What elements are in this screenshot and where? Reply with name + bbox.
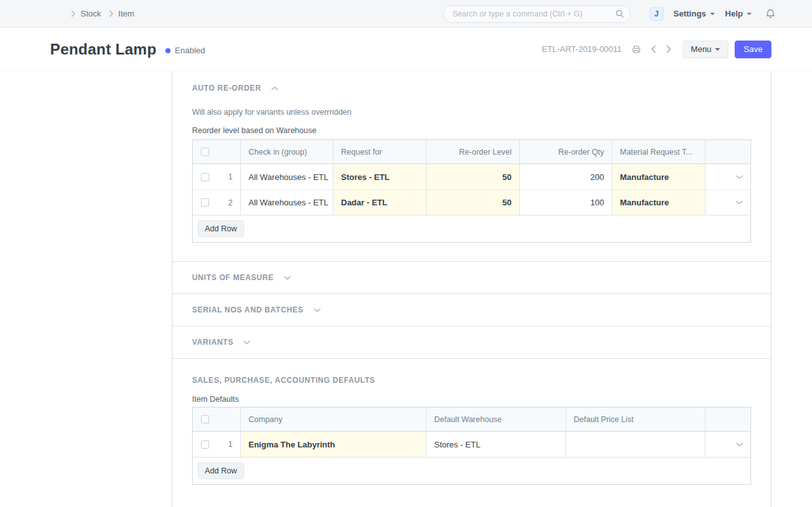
caret-down-icon (715, 48, 720, 51)
row-expand-chevron-icon[interactable] (705, 432, 751, 457)
section-title: SALES, PURCHASE, ACCOUNTING DEFAULTS (192, 376, 375, 385)
menu-button-label: Menu (691, 44, 712, 54)
page-title: Pendant Lamp (50, 41, 157, 58)
settings-label: Settings (674, 9, 706, 18)
section-title: VARIANTS (192, 338, 233, 347)
search-icon (615, 10, 624, 20)
prev-document-icon[interactable] (651, 45, 656, 53)
section-title: SERIAL NOS AND BATCHES (192, 305, 304, 314)
column-header: Default Warehouse (426, 408, 565, 431)
grid-label: Item Defaults (192, 395, 751, 404)
cell-reorder-level[interactable]: 50 (426, 190, 519, 215)
search-input[interactable] (443, 5, 631, 23)
section-toggle-defaults[interactable]: SALES, PURCHASE, ACCOUNTING DEFAULTS (192, 376, 751, 385)
row-index: 2 (228, 198, 233, 207)
chevron-right-icon (71, 10, 75, 17)
column-header: Re-order Level (426, 140, 519, 164)
item-defaults-grid: Company Default Warehouse Default Price … (192, 407, 751, 485)
section-auto-reorder: AUTO RE-ORDER Will also apply for varian… (172, 71, 771, 262)
select-all-checkbox[interactable] (201, 148, 209, 156)
print-icon[interactable] (632, 45, 641, 54)
chevron-down-icon (284, 276, 291, 280)
status-text: Enabled (175, 46, 205, 55)
section-units-of-measure[interactable]: UNITS OF MEASURE (172, 262, 771, 294)
cell-default-price-list[interactable] (565, 432, 705, 457)
status-dot (165, 48, 171, 53)
status-indicator: Enabled (165, 46, 205, 55)
breadcrumb-stock[interactable]: Stock (81, 9, 101, 18)
row-expand-chevron-icon[interactable] (705, 164, 751, 189)
chevron-up-icon (271, 86, 278, 91)
help-menu[interactable]: Help (725, 9, 752, 18)
cell-check-in[interactable]: All Warehouses - ETL (240, 190, 333, 215)
row-checkbox[interactable] (201, 198, 209, 207)
section-title: AUTO RE-ORDER (192, 84, 261, 93)
cell-request-for[interactable]: Stores - ETL (333, 164, 426, 189)
avatar[interactable]: J (650, 7, 664, 21)
chevron-down-icon (314, 308, 321, 312)
section-title: UNITS OF MEASURE (192, 273, 274, 282)
row-select-cell: 1 (193, 164, 240, 189)
menu-button[interactable]: Menu (683, 41, 729, 58)
save-button[interactable]: Save (735, 41, 771, 58)
column-header: Re-order Qty (519, 140, 612, 164)
next-document-icon[interactable] (666, 45, 671, 53)
cell-check-in[interactable]: All Warehouses - ETL (240, 164, 333, 189)
global-search (443, 5, 631, 23)
column-header: Material Request T... (612, 140, 705, 164)
add-row-button[interactable]: Add Row (198, 221, 244, 237)
help-label: Help (725, 9, 743, 18)
select-all-checkbox[interactable] (201, 415, 209, 423)
column-header: Request for (333, 140, 426, 164)
chevron-down-icon (243, 340, 250, 345)
cell-company[interactable]: Enigma The Labyrinth (240, 432, 426, 457)
reorder-grid: Check in (group) Request for Re-order Le… (192, 139, 751, 243)
navbar: Stock Item J Settings Help (0, 0, 812, 28)
section-note: Will also apply for variants unless over… (192, 108, 751, 117)
document-id: ETL-ART-2019-00011 (542, 44, 622, 54)
row-select-cell: 1 (193, 432, 240, 457)
header-select-cell (193, 408, 240, 431)
cell-reorder-level[interactable]: 50 (426, 164, 519, 189)
section-toggle-auto-reorder[interactable]: AUTO RE-ORDER (192, 84, 751, 93)
grid-label: Reorder level based on Warehouse (192, 126, 751, 135)
section-serial-nos-and-batches[interactable]: SERIAL NOS AND BATCHES (172, 294, 771, 326)
form-layout: AUTO RE-ORDER Will also apply for varian… (172, 71, 771, 507)
row-index: 1 (228, 172, 233, 181)
header-select-cell (193, 140, 240, 164)
caret-down-icon (747, 13, 752, 15)
cell-reorder-qty[interactable]: 200 (519, 164, 612, 189)
row-expand-chevron-icon[interactable] (705, 190, 751, 215)
row-select-cell: 2 (193, 190, 240, 215)
caret-down-icon (710, 13, 715, 15)
header-edit-cell (705, 140, 751, 164)
cell-request-for[interactable]: Dadar - ETL (333, 190, 426, 215)
breadcrumb-item[interactable]: Item (119, 9, 134, 18)
grid-row: 2 All Warehouses - ETL Dadar - ETL 50 10… (193, 189, 751, 215)
grid-row: 1 All Warehouses - ETL Stores - ETL 50 2… (193, 164, 751, 189)
grid-header-row: Company Default Warehouse Default Price … (193, 408, 751, 432)
cell-reorder-qty[interactable]: 100 (519, 190, 612, 215)
grid-footer: Add Row (193, 215, 751, 242)
breadcrumb: Stock Item (71, 9, 134, 18)
column-header: Default Price List (565, 408, 705, 431)
grid-footer: Add Row (193, 457, 751, 484)
grid-row: 1 Enigma The Labyrinth Stores - ETL (193, 432, 751, 457)
chevron-right-icon (109, 10, 113, 17)
header-edit-cell (705, 408, 751, 431)
grid-header-row: Check in (group) Request for Re-order Le… (193, 140, 751, 164)
row-checkbox[interactable] (201, 173, 209, 181)
notifications-bell-icon[interactable] (766, 9, 775, 19)
row-checkbox[interactable] (201, 440, 209, 449)
row-index: 1 (228, 440, 233, 449)
add-row-button[interactable]: Add Row (198, 463, 244, 479)
section-variants[interactable]: VARIANTS (172, 326, 771, 359)
page-head: Pendant Lamp Enabled ETL-ART-2019-00011 … (0, 28, 812, 71)
cell-default-warehouse[interactable]: Stores - ETL (426, 432, 565, 457)
settings-menu[interactable]: Settings (674, 9, 715, 18)
column-header: Company (240, 408, 426, 431)
cell-material-request-type[interactable]: Manufacture (612, 190, 705, 215)
section-defaults: SALES, PURCHASE, ACCOUNTING DEFAULTS Ite… (172, 359, 771, 503)
column-header: Check in (group) (240, 140, 333, 164)
cell-material-request-type[interactable]: Manufacture (612, 164, 705, 189)
